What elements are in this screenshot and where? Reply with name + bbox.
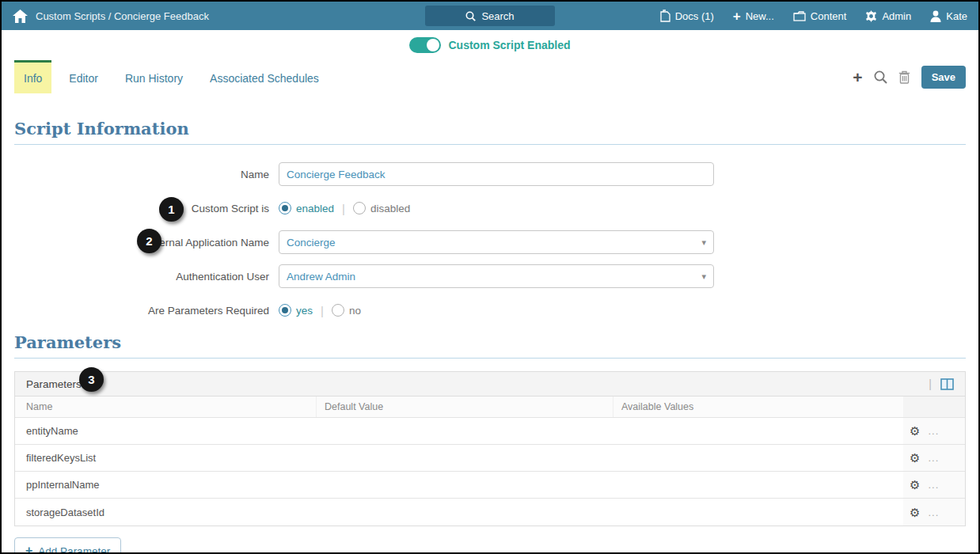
folder-icon <box>793 11 806 21</box>
parameters-table: Parameters | Name Default Value Availabl… <box>14 371 966 526</box>
gear-icon[interactable]: ⚙ <box>910 507 920 518</box>
nav-item-content[interactable]: Content <box>793 10 847 22</box>
radio-enabled[interactable]: enabled <box>279 202 334 214</box>
top-navigation-bar: Custom Scripts / Concierge Feedback Sear… <box>2 2 978 30</box>
parameters-heading: Parameters <box>14 332 966 359</box>
callout-badge-3: 3 <box>79 367 104 392</box>
external-application-name-select[interactable]: Concierge ▾ <box>279 230 714 254</box>
divider: | <box>321 304 324 317</box>
parameters-required-label: Are Parameters Required <box>14 305 279 317</box>
toggle-knob <box>427 39 439 51</box>
radio-circle <box>353 202 366 214</box>
name-label: Name <box>14 169 279 180</box>
table-row[interactable]: entityName ⚙ ... <box>15 418 965 445</box>
chevron-down-icon: ▾ <box>701 237 706 248</box>
more-actions-button[interactable]: ... <box>928 425 939 437</box>
radio-yes[interactable]: yes <box>279 304 313 317</box>
divider: | <box>342 202 345 215</box>
gear-icon <box>865 10 877 22</box>
tab-editor[interactable]: Editor <box>59 60 108 93</box>
table-column-headers: Name Default Value Available Values <box>15 397 965 418</box>
script-information-heading: Script Information <box>14 119 966 145</box>
user-icon <box>930 10 941 22</box>
column-header-name[interactable]: Name <box>15 401 316 412</box>
add-button[interactable]: + <box>853 69 862 85</box>
tab-associated-schedules[interactable]: Associated Schedules <box>200 60 329 93</box>
authentication-user-select[interactable]: Andrew Admin ▾ <box>279 264 714 288</box>
delete-button[interactable] <box>898 70 910 84</box>
nav-item-user[interactable]: Kate <box>930 10 967 22</box>
trash-icon <box>898 70 910 84</box>
search-button[interactable]: Search <box>425 6 555 26</box>
radio-disabled[interactable]: disabled <box>353 202 410 214</box>
radio-circle <box>279 304 291 317</box>
radio-no[interactable]: no <box>332 304 361 317</box>
plus-icon: + <box>733 9 741 23</box>
more-actions-button[interactable]: ... <box>928 479 939 491</box>
search-records-button[interactable] <box>874 70 887 84</box>
parameters-table-titlebar: Parameters | <box>15 372 965 397</box>
custom-script-enabled-toggle[interactable] <box>409 37 441 53</box>
more-actions-button[interactable]: ... <box>928 452 939 464</box>
column-chooser-icon[interactable] <box>940 378 954 390</box>
gear-icon[interactable]: ⚙ <box>910 425 920 437</box>
app-window: Custom Scripts / Concierge Feedback Sear… <box>0 0 980 554</box>
save-button[interactable]: Save <box>921 66 966 89</box>
table-row[interactable]: storageDatasetId ⚙ ... <box>15 499 965 526</box>
callout-badge-1: 1 <box>159 197 184 222</box>
name-input[interactable] <box>279 162 714 186</box>
search-icon <box>874 70 887 84</box>
divider: | <box>929 378 932 390</box>
chevron-down-icon: ▾ <box>701 271 706 282</box>
search-icon <box>465 11 476 21</box>
table-row[interactable]: filteredKeysList ⚙ ... <box>15 445 965 472</box>
radio-circle <box>332 304 344 317</box>
tab-bar: Info Editor Run History Associated Sched… <box>2 60 978 93</box>
home-icon[interactable] <box>13 9 28 23</box>
table-row[interactable]: ppInternalName ⚙ ... <box>15 472 965 499</box>
plus-icon: + <box>853 69 862 85</box>
parameters-table-title: Parameters <box>26 378 82 390</box>
column-header-actions <box>903 397 965 417</box>
nav-item-admin[interactable]: Admin <box>865 10 911 22</box>
authentication-user-label: Authentication User <box>14 271 279 283</box>
tab-run-history[interactable]: Run History <box>116 60 192 93</box>
add-parameter-button[interactable]: + Add Parameter <box>14 537 121 554</box>
breadcrumb: Custom Scripts / Concierge Feedback <box>36 10 209 22</box>
gear-icon[interactable]: ⚙ <box>910 479 920 491</box>
column-header-default-value[interactable]: Default Value <box>316 397 613 417</box>
radio-circle <box>279 202 291 214</box>
script-enabled-toggle-row: Custom Script Enabled <box>2 30 978 60</box>
nav-item-new[interactable]: + New... <box>733 9 774 23</box>
docs-icon <box>660 9 670 22</box>
callout-badge-2: 2 <box>137 229 161 253</box>
column-header-available-values[interactable]: Available Values <box>613 397 903 417</box>
nav-item-docs[interactable]: Docs (1) <box>660 9 714 22</box>
gear-icon[interactable]: ⚙ <box>910 452 920 464</box>
toggle-label: Custom Script Enabled <box>448 39 570 51</box>
custom-script-is-label: Custom Script is <box>14 203 279 214</box>
plus-icon: + <box>25 545 32 554</box>
tab-info[interactable]: Info <box>14 60 51 93</box>
more-actions-button[interactable]: ... <box>928 507 939 518</box>
